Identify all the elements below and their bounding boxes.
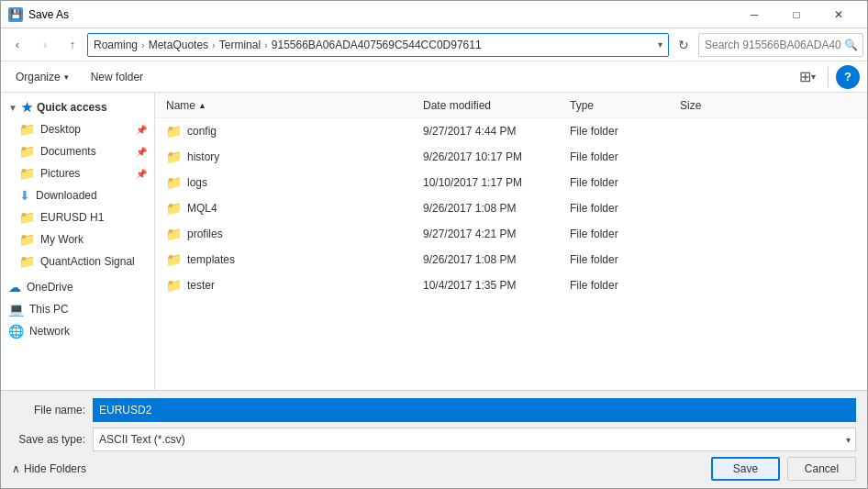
savetype-container: ASCII Text (*.csv) CSV (*.csv) Text (*.t…: [93, 428, 856, 451]
sidebar-eurusd-label: EURUSD H1: [40, 211, 104, 224]
refresh-button[interactable]: ↻: [671, 32, 696, 58]
help-button[interactable]: ?: [836, 65, 860, 89]
sidebar-mywork-label: My Work: [40, 233, 83, 246]
file-name-templates: 📁 templates: [162, 252, 419, 267]
window-controls: ─ □ ✕: [733, 1, 860, 28]
up-button[interactable]: ↑: [60, 32, 85, 58]
network-icon: 🌐: [8, 324, 24, 339]
hide-folders-chevron-icon: ∧: [12, 462, 20, 475]
dialog-icon: 💾: [8, 7, 23, 22]
tester-type: File folder: [566, 279, 676, 292]
sidebar: ▼ ★ Quick access 📁 Desktop 📌 📁 Documents…: [1, 93, 155, 390]
save-button[interactable]: Save: [711, 457, 780, 481]
profiles-date: 9/27/2017 4:21 PM: [419, 228, 566, 240]
filename-row: File name:: [12, 398, 856, 422]
cancel-button[interactable]: Cancel: [787, 457, 856, 481]
templates-name: templates: [187, 253, 235, 266]
templates-type: File folder: [566, 253, 676, 266]
tester-date: 10/4/2017 1:35 PM: [419, 279, 566, 292]
sidebar-network-label: Network: [29, 325, 70, 338]
sidebar-item-quantaction[interactable]: 📁 QuantAction Signal: [1, 250, 154, 272]
filename-input[interactable]: [93, 398, 856, 422]
file-row-templates[interactable]: 📁 templates 9/26/2017 1:08 PM File folde…: [155, 247, 867, 272]
hide-folders-button[interactable]: ∧ Hide Folders: [12, 462, 86, 475]
file-row-logs[interactable]: 📁 logs 10/10/2017 1:17 PM File folder: [155, 170, 867, 195]
col-name-label: Name: [166, 99, 195, 112]
bottom-area: File name: Save as type: ASCII Text (*.c…: [1, 390, 867, 488]
desktop-folder-icon: 📁: [19, 122, 35, 137]
savetype-select[interactable]: ASCII Text (*.csv) CSV (*.csv) Text (*.t…: [93, 428, 856, 451]
hide-folders-label: Hide Folders: [24, 462, 86, 475]
view-button[interactable]: ⊞ ▾: [795, 65, 820, 89]
sidebar-item-mywork[interactable]: 📁 My Work: [1, 228, 154, 250]
minimize-button[interactable]: ─: [733, 1, 775, 28]
toolbar-row: Organize ▾ New folder ⊞ ▾ ?: [1, 61, 867, 93]
file-name-config: 📁 config: [162, 124, 419, 139]
col-header-date[interactable]: Date modified: [419, 99, 566, 112]
address-row: ‹ › ↑ Roaming › MetaQuotes › Terminal › …: [1, 28, 867, 61]
title-bar: 💾 Save As ─ □ ✕: [1, 1, 867, 28]
file-name-logs: 📁 logs: [162, 175, 419, 190]
sidebar-item-desktop[interactable]: 📁 Desktop 📌: [1, 118, 154, 140]
sidebar-item-pictures[interactable]: 📁 Pictures 📌: [1, 162, 154, 184]
file-row-config[interactable]: 📁 config 9/27/2017 4:44 PM File folder: [155, 118, 867, 144]
file-name-mql4: 📁 MQL4: [162, 201, 419, 216]
sidebar-item-network[interactable]: 🌐 Network: [1, 320, 154, 342]
col-header-size[interactable]: Size: [676, 99, 750, 112]
pictures-pin-icon: 📌: [136, 169, 147, 179]
file-row-profiles[interactable]: 📁 profiles 9/27/2017 4:21 PM File folder: [155, 221, 867, 247]
quick-access-star-icon: ★: [21, 100, 33, 115]
quick-access-chevron-icon: ▼: [8, 103, 17, 113]
main-content: ▼ ★ Quick access 📁 Desktop 📌 📁 Documents…: [1, 93, 867, 390]
sidebar-desktop-label: Desktop: [40, 123, 81, 136]
file-row-history[interactable]: 📁 history 9/26/2017 10:17 PM File folder: [155, 144, 867, 170]
help-label: ?: [844, 70, 851, 83]
breadcrumb-current: 915566BA06ADA407569C544CC0D97611: [272, 39, 482, 51]
sidebar-item-documents[interactable]: 📁 Documents 📌: [1, 140, 154, 162]
mql4-type: File folder: [566, 202, 676, 215]
quick-access-header[interactable]: ▼ ★ Quick access: [1, 96, 154, 118]
close-button[interactable]: ✕: [818, 1, 860, 28]
view-chevron-icon: ▾: [811, 72, 816, 82]
organize-button[interactable]: Organize ▾: [8, 65, 76, 89]
config-date: 9/27/2017 4:44 PM: [419, 125, 566, 138]
logs-date: 10/10/2017 1:17 PM: [419, 176, 566, 189]
sidebar-onedrive-label: OneDrive: [27, 281, 73, 294]
sidebar-item-downloaded[interactable]: ⬇ Downloaded: [1, 184, 154, 206]
search-input[interactable]: [698, 33, 863, 57]
sep2: ›: [212, 39, 216, 50]
sidebar-item-onedrive[interactable]: ☁ OneDrive: [1, 276, 154, 298]
sidebar-documents-label: Documents: [40, 145, 96, 158]
col-size-label: Size: [680, 99, 701, 112]
address-bar[interactable]: Roaming › MetaQuotes › Terminal › 915566…: [87, 33, 669, 57]
file-name-history: 📁 history: [162, 150, 419, 164]
sidebar-pictures-label: Pictures: [40, 167, 80, 180]
forward-button[interactable]: ›: [32, 32, 58, 58]
col-header-name[interactable]: Name ▲: [162, 99, 419, 112]
tester-folder-icon: 📁: [166, 278, 182, 293]
desktop-pin-icon: 📌: [136, 125, 147, 135]
new-folder-button[interactable]: New folder: [83, 65, 150, 89]
mql4-name: MQL4: [187, 202, 217, 215]
col-type-label: Type: [570, 99, 594, 112]
mywork-folder-icon: 📁: [19, 232, 35, 247]
sidebar-item-eurusd[interactable]: 📁 EURUSD H1: [1, 206, 154, 228]
history-folder-icon: 📁: [166, 150, 182, 164]
breadcrumb-metaquotes: MetaQuotes: [149, 39, 208, 51]
documents-pin-icon: 📌: [136, 147, 147, 157]
cancel-label: Cancel: [805, 462, 839, 475]
sidebar-downloaded-label: Downloaded: [36, 189, 97, 202]
tester-name: tester: [187, 279, 215, 292]
file-name-profiles: 📁 profiles: [162, 227, 419, 241]
templates-folder-icon: 📁: [166, 252, 182, 267]
config-folder-icon: 📁: [166, 124, 182, 139]
back-button[interactable]: ‹: [5, 32, 30, 58]
filename-label: File name:: [12, 404, 85, 417]
sidebar-item-thispc[interactable]: 💻 This PC: [1, 298, 154, 320]
organize-label: Organize: [16, 71, 61, 83]
col-header-type[interactable]: Type: [566, 99, 676, 112]
dialog-title: Save As: [28, 8, 69, 21]
file-row-tester[interactable]: 📁 tester 10/4/2017 1:35 PM File folder: [155, 272, 867, 298]
file-row-mql4[interactable]: 📁 MQL4 9/26/2017 1:08 PM File folder: [155, 195, 867, 221]
maximize-button[interactable]: □: [775, 1, 818, 28]
